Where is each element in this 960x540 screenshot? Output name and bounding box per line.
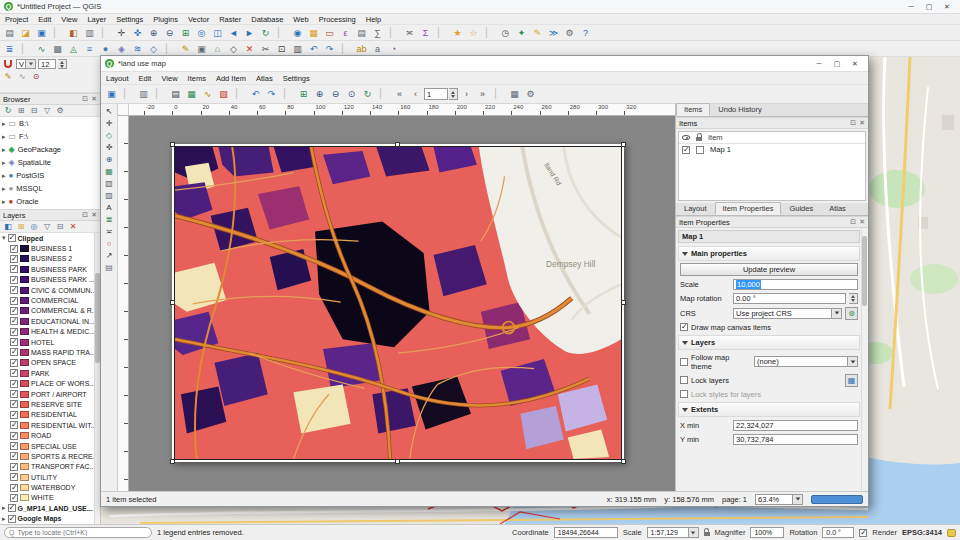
minimize-button[interactable]: ─ [902, 0, 920, 13]
selection-handle[interactable] [621, 142, 626, 147]
layer-row[interactable]: HEALTH & MEDIC... [0, 327, 100, 337]
atlas-last-icon[interactable]: » [475, 87, 490, 101]
lock-styles-checkbox[interactable] [680, 390, 688, 398]
add-wms-layer-icon[interactable]: ≋ [130, 42, 145, 56]
browser-refresh-icon[interactable]: ↻ [2, 105, 14, 116]
menu-item[interactable]: Items [183, 74, 211, 83]
layer-styling-icon[interactable]: ◧ [2, 221, 14, 232]
label-options-icon[interactable]: a [370, 42, 385, 56]
add-wfs-layer-icon[interactable]: ◇ [146, 42, 161, 56]
toolbar-separator[interactable]: ▏ [274, 26, 289, 40]
tab-items[interactable]: Items [676, 103, 710, 116]
panel-close-icon[interactable]: ✕ [859, 218, 865, 226]
layer-row[interactable]: Google Maps [0, 514, 100, 524]
export-svg-icon[interactable]: ∿ [200, 87, 215, 101]
selection-handle[interactable] [621, 300, 626, 305]
filter-legend-icon[interactable]: ▽ [41, 221, 53, 232]
layer-checkbox[interactable] [10, 432, 18, 440]
toggle-editing-icon[interactable]: ✎ [178, 42, 193, 56]
map-rotation-input[interactable]: 0.00 ° [733, 293, 846, 304]
expand-icon[interactable] [2, 504, 6, 512]
edit-nodes-icon[interactable]: ◇ [103, 130, 115, 141]
panel-float-icon[interactable]: ⊡ [82, 211, 88, 219]
menu-item[interactable]: Processing [314, 15, 361, 24]
layer-row[interactable]: G_MP14_LAND_USE... [0, 503, 100, 513]
menu-item[interactable]: Edit [134, 74, 157, 83]
tab-undo-history[interactable]: Undo History [710, 103, 769, 116]
menu-item[interactable]: Web [288, 15, 313, 24]
tab-layout[interactable]: Layout [676, 202, 715, 215]
menu-item[interactable]: Plugins [148, 15, 183, 24]
layer-checkbox[interactable] [10, 286, 18, 294]
diagrams-icon[interactable]: ◔ [386, 42, 401, 56]
pan-to-selection-icon[interactable]: ✜ [130, 26, 145, 40]
add-vector-layer-icon[interactable]: ∿ [34, 42, 49, 56]
map-rotation-spinner[interactable] [849, 293, 858, 304]
layer-row[interactable]: BUSINESS 2 [0, 254, 100, 264]
browser-item[interactable]: ◈ SpatiaLite [0, 156, 100, 169]
remove-layer-icon[interactable]: ✕ [67, 221, 79, 232]
layer-row[interactable]: PARK [0, 368, 100, 378]
select-move-item-icon[interactable]: ↖ [103, 106, 115, 117]
undo-icon[interactable]: ↶ [248, 87, 263, 101]
python-console-icon[interactable]: ≫ [546, 26, 561, 40]
atlas-page-input[interactable]: 1 [424, 88, 448, 100]
zoom-full-icon[interactable]: ⊞ [296, 87, 311, 101]
layer-checkbox[interactable] [10, 338, 18, 346]
deselect-features-icon[interactable]: ▭ [322, 26, 337, 40]
save-project-icon[interactable]: ▣ [34, 26, 49, 40]
menu-item[interactable]: Project [0, 15, 33, 24]
map-theme-select[interactable]: (none) [754, 356, 858, 367]
layer-row[interactable]: PLACE OF WORS... [0, 378, 100, 388]
menu-item[interactable]: Layer [82, 15, 111, 24]
selection-handle[interactable] [170, 459, 175, 464]
minimize-button[interactable]: ─ [810, 56, 828, 71]
browser-item[interactable]: ● PostGIS [0, 169, 100, 182]
layer-row[interactable]: BUSINESS PARK [0, 264, 100, 274]
refresh-view-icon[interactable]: ↻ [360, 87, 375, 101]
menu-item[interactable]: Settings [111, 15, 148, 24]
layer-row[interactable]: RESIDENTIAL [0, 410, 100, 420]
add-feature-icon[interactable]: ⌂ [210, 42, 225, 56]
map-tips-icon[interactable]: ✦ [514, 26, 529, 40]
menu-item[interactable]: Help [361, 15, 386, 24]
toolbar-separator[interactable]: ▏ [120, 87, 135, 101]
layer-checkbox[interactable] [10, 421, 18, 429]
panel-close-icon[interactable]: ✕ [859, 119, 865, 127]
zoom-actual-icon[interactable]: ⊙ [344, 87, 359, 101]
manage-themes-icon[interactable]: ◎ [28, 221, 40, 232]
copy-features-icon[interactable]: ⊡ [274, 42, 289, 56]
menu-item[interactable]: View [156, 74, 182, 83]
layer-checkbox[interactable] [10, 452, 18, 460]
save-edits-icon[interactable]: ▣ [194, 42, 209, 56]
locate-box[interactable]: Q [4, 527, 152, 538]
style-manager-icon[interactable]: ◧ [66, 26, 81, 40]
delete-selected-icon[interactable]: ✕ [242, 42, 257, 56]
zoom-next-icon[interactable]: ► [242, 26, 257, 40]
toolbar-separator[interactable]: ▏ [482, 26, 497, 40]
move-content-icon[interactable]: ✛ [103, 118, 115, 129]
print-icon[interactable]: ▤ [168, 87, 183, 101]
advanced-digitizing-icon[interactable]: ⊙ [30, 71, 42, 82]
layer-checkbox[interactable] [10, 484, 18, 492]
layout-manager-icon[interactable]: ▥ [136, 87, 151, 101]
layout-manager-icon[interactable]: ▥ [82, 26, 97, 40]
layer-checkbox[interactable] [10, 307, 18, 315]
layer-checkbox[interactable] [10, 276, 18, 284]
crs-select[interactable]: Use project CRS [733, 308, 842, 319]
layer-row[interactable]: EDUCATIONAL IN... [0, 316, 100, 326]
toolbar-separator[interactable]: ▏ [18, 42, 33, 56]
layer-row[interactable]: COMMERCIAL & R... [0, 306, 100, 316]
add-spatialite-layer-icon[interactable]: ◈ [114, 42, 129, 56]
pan-layout-icon[interactable]: ✜ [103, 142, 115, 153]
items-row-map1[interactable]: Map 1 [679, 144, 865, 155]
add-group-icon[interactable]: ⊞ [15, 221, 27, 232]
expand-icon[interactable] [2, 132, 6, 141]
item-visibility-checkbox[interactable] [682, 146, 690, 154]
layer-checkbox[interactable] [10, 463, 18, 471]
browser-filter-icon[interactable]: ▽ [41, 105, 53, 116]
layer-checkbox[interactable] [10, 400, 18, 408]
undo-icon[interactable]: ↶ [306, 42, 321, 56]
atlas-settings-icon[interactable]: ⚙ [523, 87, 538, 101]
follow-map-theme-checkbox[interactable] [680, 358, 688, 366]
